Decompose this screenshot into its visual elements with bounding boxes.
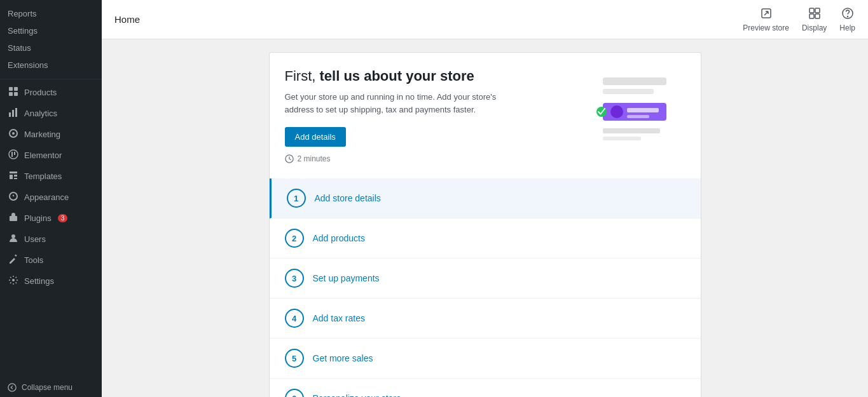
hero-title-plain: First,: [285, 68, 320, 84]
step-item-6[interactable]: 6 Personalize your store: [270, 379, 701, 397]
step-item-5[interactable]: 5 Get more sales: [270, 339, 701, 379]
svg-point-22: [847, 16, 848, 17]
sidebar-item-reports[interactable]: Reports: [0, 5, 102, 22]
svg-rect-28: [627, 108, 659, 112]
collapse-icon: [8, 383, 17, 392]
step-item-4[interactable]: 4 Add tax rates: [270, 299, 701, 339]
svg-rect-5: [12, 110, 14, 117]
marketing-icon: [8, 128, 19, 140]
sidebar-item-appearance[interactable]: Appearance: [0, 187, 102, 208]
hero-card: First, tell us about your store Get your…: [269, 52, 701, 178]
sidebar-item-tools[interactable]: Tools: [0, 250, 102, 271]
help-label: Help: [839, 24, 855, 32]
hero-title-bold: tell us about your store: [320, 68, 474, 84]
svg-point-8: [12, 132, 15, 135]
svg-point-13: [11, 234, 15, 238]
step-item-3[interactable]: 3 Set up payments: [270, 259, 701, 299]
sidebar-label-plugins: Plugins: [24, 213, 52, 223]
preview-store-button[interactable]: Preview store: [743, 7, 789, 32]
step-item-2[interactable]: 2 Add products: [270, 219, 701, 259]
add-details-button[interactable]: Add details: [285, 127, 346, 147]
sidebar-label-tools: Tools: [24, 255, 43, 265]
svg-rect-25: [603, 89, 654, 94]
step-label-1: Add store details: [315, 193, 381, 203]
templates-icon: [8, 170, 19, 182]
step-label-3: Set up payments: [313, 273, 380, 283]
svg-rect-0: [9, 87, 13, 91]
topbar: Home Preview store Display Help: [102, 0, 868, 39]
step-label-4: Add tax rates: [313, 313, 366, 323]
step-circle-2: 2: [285, 229, 304, 248]
step-circle-1: 1: [287, 189, 306, 208]
preview-store-icon: [760, 7, 773, 22]
sidebar-label-marketing: Marketing: [24, 130, 60, 139]
sidebar-item-plugins[interactable]: Plugins 3: [0, 208, 102, 229]
step-number-4: 4: [292, 314, 296, 323]
svg-rect-3: [14, 92, 18, 96]
step-circle-5: 5: [285, 349, 304, 368]
preview-store-label: Preview store: [743, 24, 789, 32]
svg-rect-11: [14, 152, 15, 155]
sidebar-item-extensions[interactable]: Extensions: [0, 57, 102, 74]
sidebar-label-analytics: Analytics: [24, 109, 57, 118]
svg-rect-32: [603, 137, 641, 140]
step-number-3: 3: [292, 274, 296, 283]
svg-rect-10: [11, 152, 13, 157]
svg-rect-31: [603, 128, 660, 133]
display-icon: [808, 7, 821, 22]
svg-point-15: [8, 384, 16, 391]
analytics-icon: [8, 107, 19, 119]
svg-rect-18: [815, 8, 820, 13]
plugins-icon: [8, 212, 19, 224]
main-area: Home Preview store Display Help: [102, 0, 868, 397]
display-label: Display: [802, 24, 827, 32]
svg-rect-6: [15, 108, 17, 117]
step-label-2: Add products: [313, 233, 366, 243]
display-button[interactable]: Display: [802, 7, 827, 32]
help-button[interactable]: Help: [839, 7, 855, 32]
sidebar-label-elementor: Elementor: [24, 151, 62, 160]
svg-rect-17: [809, 8, 814, 13]
step-circle-3: 3: [285, 269, 304, 288]
step-label-5: Get more sales: [313, 353, 373, 363]
collapse-label: Collapse menu: [22, 383, 72, 392]
step-circle-4: 4: [285, 309, 304, 328]
content-area: First, tell us about your store Get your…: [102, 39, 868, 397]
hero-illustration: [584, 68, 685, 144]
sidebar-item-analytics[interactable]: Analytics: [0, 103, 102, 124]
clock-icon: [285, 154, 294, 163]
steps-container: 1 Add store details 2 Add products 3 Set…: [269, 178, 701, 397]
sidebar: Reports Settings Status Extensions Produ…: [0, 0, 102, 397]
step-number-5: 5: [292, 354, 296, 363]
sidebar-label-settings: Settings: [24, 276, 54, 286]
step-label-6: Personalize your store: [313, 393, 401, 397]
sidebar-label-templates: Templates: [24, 172, 62, 181]
sidebar-item-marketing[interactable]: Marketing: [0, 124, 102, 145]
sidebar-label-appearance: Appearance: [24, 192, 69, 202]
sidebar-item-settings[interactable]: Settings: [0, 271, 102, 292]
sidebar-item-settings-top[interactable]: Settings: [0, 22, 102, 39]
products-icon: [8, 86, 19, 98]
sidebar-item-users[interactable]: Users: [0, 229, 102, 250]
svg-rect-20: [815, 14, 820, 18]
svg-rect-4: [9, 112, 11, 117]
sidebar-item-status[interactable]: Status: [0, 39, 102, 57]
step-number-6: 6: [292, 394, 296, 398]
sidebar-item-elementor[interactable]: Elementor: [0, 145, 102, 166]
hero-text: First, tell us about your store Get your…: [285, 68, 571, 163]
step-item-1[interactable]: 1 Add store details: [270, 178, 701, 219]
step-number-2: 2: [292, 234, 296, 243]
collapse-menu-button[interactable]: Collapse menu: [0, 378, 102, 397]
sidebar-item-products[interactable]: Products: [0, 82, 102, 103]
sidebar-label-products: Products: [24, 88, 57, 97]
elementor-icon: [8, 149, 19, 161]
svg-rect-12: [10, 216, 17, 221]
step-circle-6: 6: [285, 389, 304, 397]
plugins-badge: 3: [58, 214, 68, 222]
time-estimate: 2 minutes: [285, 154, 571, 163]
sidebar-item-templates[interactable]: Templates: [0, 166, 102, 187]
svg-rect-1: [14, 87, 18, 91]
svg-rect-29: [627, 115, 649, 118]
svg-point-9: [9, 150, 18, 159]
settings-icon: [8, 275, 19, 287]
